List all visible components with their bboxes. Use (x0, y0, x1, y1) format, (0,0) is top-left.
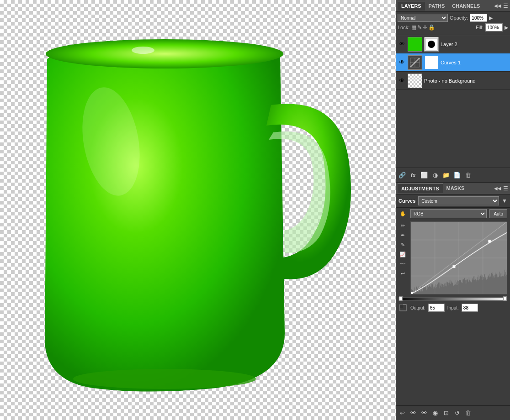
curves-canvas-element (411, 222, 507, 294)
svg-point-3 (73, 369, 256, 389)
tab-channels[interactable]: CHANNELS (448, 1, 483, 10)
layer-eye-photo[interactable]: 👁 (398, 77, 406, 85)
canvas-area (0, 0, 396, 420)
adj-footer: ↩ 👁 👁 ◉ ⊡ ↺ 🗑 (396, 405, 510, 420)
fill-label: Fill: (476, 25, 483, 30)
layer-item-curves1[interactable]: 👁 Curves 1 (396, 53, 510, 72)
adj-back-icon[interactable]: ↩ (398, 409, 407, 418)
layer-name-curves1: Curves 1 (441, 60, 508, 65)
layers-list: 👁 Layer 2 👁 (396, 35, 510, 168)
layer-thumb-photo (408, 74, 422, 88)
layers-panel: LAYERS PATHS CHANNELS ◀◀ ☰ Normal Opacit… (396, 0, 510, 183)
layer-mask-curves1 (424, 55, 439, 70)
fill-input[interactable] (485, 23, 503, 31)
opacity-input[interactable] (470, 14, 487, 22)
curve-graph-tool[interactable]: 📈 (398, 250, 407, 258)
adj-reset-icon[interactable]: ↺ (452, 409, 462, 418)
output-icon (398, 303, 408, 312)
folder-icon[interactable]: 📁 (441, 171, 451, 180)
right-panel: LAYERS PATHS CHANNELS ◀◀ ☰ Normal Opacit… (396, 0, 510, 420)
layer-eye-curves1[interactable]: 👁 (398, 58, 406, 67)
curves-tools: ✏ ✒ ✎ 📈 〰 ↩ (398, 221, 408, 294)
layer-thumb-layer2 (408, 37, 422, 52)
slider-handle-right[interactable] (503, 296, 507, 301)
delete-layer-icon[interactable]: 🗑 (463, 171, 473, 180)
mask-icon[interactable]: ⬜ (420, 171, 429, 180)
link-layers-icon[interactable]: 🔗 (398, 171, 407, 180)
lock-icons: ▦ ✎ ✛ 🔒 (411, 24, 435, 31)
adj-clip-icon[interactable]: ⊡ (441, 409, 451, 418)
fx-icon[interactable]: fx (409, 171, 418, 180)
slider-row (396, 296, 510, 302)
layer-name-photo: Photo - no Background (424, 78, 508, 84)
curve-pencil2-tool[interactable]: ✒ (398, 231, 407, 239)
adj-eye2-icon[interactable]: 👁 (420, 409, 429, 418)
layers-tabs: LAYERS PATHS CHANNELS ◀◀ ☰ (396, 0, 510, 12)
opacity-label: Opacity: (450, 15, 468, 21)
blend-mode-select[interactable]: Normal (398, 14, 448, 22)
channel-select[interactable]: RGB Red Green Blue (410, 209, 487, 218)
lock-label: Lock: (398, 25, 409, 30)
layer-mask-layer2 (424, 37, 439, 52)
output-label: Output: (410, 305, 425, 310)
mug-svg (11, 5, 385, 415)
layers-controls: Normal Opacity: ▶ Lock: ▦ ✎ ✛ 🔒 Fill: ▶ (396, 12, 510, 35)
curve-smooth-tool[interactable]: 〰 (398, 260, 407, 268)
layer-eye-layer2[interactable]: 👁 (398, 40, 406, 48)
adj-tabs-left: ADJUSTMENTS MASKS (398, 184, 468, 193)
lock-move-icon[interactable]: ✛ (423, 24, 427, 31)
adj-title: Curves (398, 198, 415, 204)
adj-header: Curves Custom ▼ (396, 194, 510, 208)
output-value-input[interactable] (428, 304, 445, 312)
curves-hand-tool[interactable]: ✋ (398, 209, 408, 218)
adj-tabs: ADJUSTMENTS MASKS ◀◀ ☰ (396, 183, 510, 194)
curves-area: ✏ ✒ ✎ 📈 〰 ↩ (396, 220, 510, 296)
input-label: Input: (447, 305, 459, 310)
preset-select[interactable]: Custom (418, 196, 499, 205)
svg-point-2 (132, 47, 154, 54)
layer-item-layer2[interactable]: 👁 Layer 2 (396, 35, 510, 53)
new-layer-icon[interactable]: 📄 (452, 171, 462, 180)
curve-pencil-tool[interactable]: ✏ (398, 221, 407, 230)
auto-button[interactable]: Auto (489, 209, 507, 218)
adjustment-layer-icon[interactable]: ◑ (430, 171, 440, 180)
svg-point-0 (46, 39, 283, 68)
curves-channel-row: ✋ RGB Red Green Blue Auto (396, 208, 510, 220)
svg-point-5 (428, 41, 435, 48)
tab-paths[interactable]: PATHS (425, 1, 449, 10)
layers-footer: 🔗 fx ⬜ ◑ 📁 📄 🗑 (396, 168, 510, 182)
lock-all-icon[interactable]: 🔒 (428, 24, 435, 31)
lock-paint-icon[interactable]: ✎ (417, 24, 422, 31)
layers-collapse-icon[interactable]: ◀◀ (494, 3, 501, 8)
adj-collapse-icon[interactable]: ◀◀ (494, 186, 501, 191)
tab-adjustments[interactable]: ADJUSTMENTS (398, 184, 443, 193)
tab-masks[interactable]: MASKS (443, 184, 468, 193)
lock-transparent-icon[interactable]: ▦ (411, 24, 416, 31)
tab-layers[interactable]: LAYERS (398, 1, 425, 10)
adj-show-icon[interactable]: ◉ (430, 409, 440, 418)
adj-delete-icon[interactable]: 🗑 (463, 409, 473, 418)
input-value-input[interactable] (462, 304, 478, 312)
mug-container (0, 0, 396, 420)
adjustments-panel: ADJUSTMENTS MASKS ◀◀ ☰ Curves Custom ▼ ✋… (396, 183, 510, 420)
layer-item-photo[interactable]: 👁 Photo - no Background (396, 72, 510, 90)
curves-graph[interactable] (410, 221, 507, 294)
slider-handle-left[interactable] (399, 296, 403, 301)
layers-menu-icon[interactable]: ☰ (503, 3, 508, 9)
gradient-slider[interactable] (398, 297, 507, 301)
svg-rect-14 (400, 304, 403, 308)
curve-pencil3-tool[interactable]: ✎ (398, 241, 407, 249)
fill-arrow[interactable]: ▶ (505, 25, 508, 31)
adj-menu-icon[interactable]: ☰ (503, 185, 508, 192)
layer-name-layer2: Layer 2 (441, 42, 508, 47)
curves-output-row: Output: Input: (396, 302, 510, 314)
adj-eye-icon[interactable]: 👁 (409, 409, 418, 418)
layer-thumb-curves1 (408, 55, 422, 70)
preset-dropdown-icon[interactable]: ▼ (502, 198, 507, 204)
curve-reset-tool[interactable]: ↩ (398, 269, 407, 278)
opacity-arrow[interactable]: ▶ (489, 15, 493, 21)
